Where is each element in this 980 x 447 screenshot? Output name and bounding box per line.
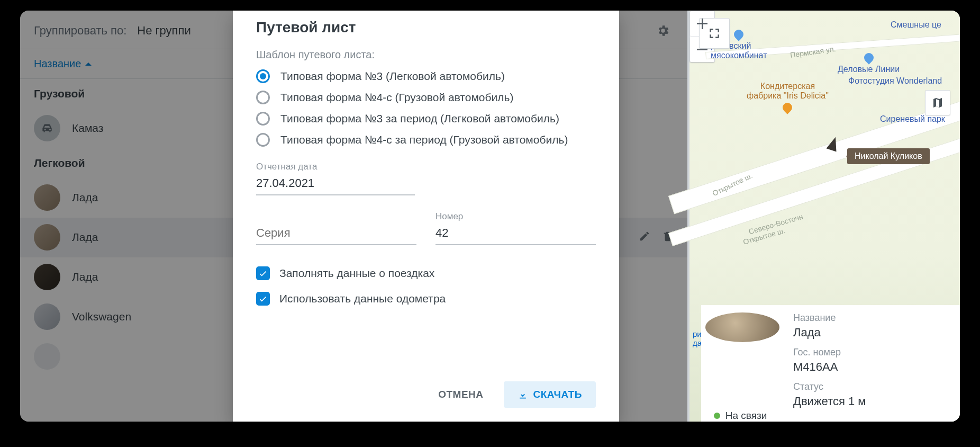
- waybill-modal: Путевой лист Шаблон путевого листа: Типо…: [233, 11, 619, 422]
- meta-value: М416АА: [793, 360, 866, 374]
- checkbox-label: Заполнять данные о поездках: [279, 267, 434, 280]
- radio-icon: [256, 91, 270, 104]
- app-window: Группировать по: Не группи Название Моде…: [20, 11, 960, 422]
- vehicle-info-card: На связи Название Лада Гос. номер М416АА…: [701, 305, 960, 422]
- number-field: Номер: [435, 211, 596, 245]
- report-date-input[interactable]: [256, 174, 415, 195]
- tracker-label[interactable]: Николай Куликов: [847, 148, 930, 164]
- options-checkboxes: Заполнять данные о поездках Использовать…: [256, 266, 596, 306]
- meta-key: Название: [793, 312, 866, 324]
- vehicles-pane: Группировать по: Не группи Название Моде…: [20, 11, 689, 422]
- fullscreen-icon: [707, 26, 721, 40]
- checkbox-label: Использовать данные одометра: [279, 292, 446, 305]
- download-button[interactable]: СКАЧАТЬ: [504, 381, 596, 408]
- radio-icon: [256, 112, 270, 126]
- pin-icon: [862, 51, 875, 64]
- map-pane: ряновский мясокомбинат Кондитерская фабр…: [689, 11, 960, 422]
- radio-label: Типовая форма №3 (Легковой автомобиль): [280, 70, 505, 83]
- status-dot-icon: [714, 413, 720, 419]
- checkbox-icon: [256, 266, 270, 280]
- vehicle-thumbnail: [705, 312, 779, 342]
- template-radio[interactable]: Типовая форма №4-с за период (Грузовой а…: [256, 133, 596, 147]
- series-input[interactable]: [256, 224, 416, 245]
- template-radio-group: Типовая форма №3 (Легковой автомобиль) Т…: [256, 69, 596, 147]
- series-field: x: [256, 211, 416, 245]
- layers-button[interactable]: [925, 90, 950, 115]
- modal-actions: ОТМЕНА СКАЧАТЬ: [256, 366, 596, 408]
- field-label: Отчетная дата: [256, 162, 415, 172]
- map-poi[interactable]: Деловые Линии: [838, 53, 900, 74]
- use-odometer-checkbox[interactable]: Использовать данные одометра: [256, 292, 596, 306]
- template-radio[interactable]: Типовая форма №3 (Легковой автомобиль): [256, 69, 596, 83]
- radio-label: Типовая форма №3 за период (Легковой авт…: [280, 112, 559, 125]
- radio-label: Типовая форма №4-с за период (Грузовой а…: [280, 133, 568, 146]
- checkbox-icon: [256, 292, 270, 306]
- map-poi[interactable]: Смешные це: [891, 20, 941, 30]
- meta-value: Лада: [793, 326, 866, 339]
- download-icon: [518, 389, 528, 400]
- modal-title: Путевой лист: [256, 19, 596, 36]
- number-input[interactable]: [435, 224, 596, 245]
- template-radio[interactable]: Типовая форма №4-с (Грузовой автомобиль): [256, 91, 596, 104]
- split-panes: Группировать по: Не группи Название Моде…: [20, 11, 960, 422]
- map-poi[interactable]: Фотостудия Wonderland: [848, 76, 942, 86]
- pin-icon: [732, 28, 745, 41]
- meta-key: Статус: [793, 381, 866, 392]
- radio-icon: [256, 133, 270, 147]
- template-section-label: Шаблон путевого листа:: [256, 49, 596, 61]
- field-label: Номер: [435, 211, 596, 222]
- template-radio[interactable]: Типовая форма №3 за период (Легковой авт…: [256, 112, 596, 126]
- radio-label: Типовая форма №4-с (Грузовой автомобиль): [280, 91, 513, 104]
- map-poi[interactable]: Сиреневый парк: [880, 114, 945, 124]
- fill-trips-checkbox[interactable]: Заполнять данные о поездках: [256, 266, 596, 280]
- radio-icon: [256, 69, 270, 83]
- download-label: СКАЧАТЬ: [533, 389, 582, 400]
- map-icon: [931, 96, 944, 109]
- vehicle-meta: Название Лада Гос. номер М416АА Статус Д…: [793, 312, 866, 422]
- map-poi[interactable]: Кондитерская фабрика "Iris Delicia": [747, 82, 829, 114]
- meta-key: Гос. номер: [793, 347, 866, 358]
- online-status: На связи: [714, 410, 767, 422]
- online-label: На связи: [725, 410, 767, 422]
- pin-icon: [781, 101, 794, 114]
- cancel-button[interactable]: ОТМЕНА: [424, 381, 497, 408]
- meta-value: Движется 1 м: [793, 395, 866, 408]
- report-date-field: Отчетная дата: [256, 162, 415, 195]
